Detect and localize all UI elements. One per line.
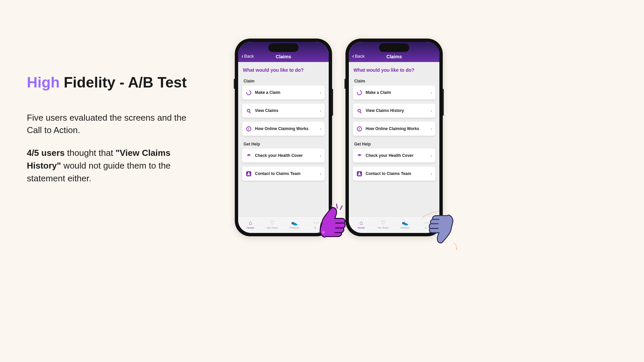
heart-icon: ♡ [270,220,275,226]
chevron-right-icon: › [430,108,432,113]
tab-my-team[interactable]: ♡ My Team [262,220,284,229]
section-claim-label: Claim [353,77,435,85]
card-label: Make a Claim [255,90,316,95]
tab-label: My Team [267,226,278,229]
umbrella-icon: ☂ [246,153,252,159]
svg-line-1 [340,206,342,209]
tab-parkrun[interactable]: 👟 Parkrun [394,220,416,229]
svg-line-0 [337,204,337,208]
chevron-left-icon: ‹ [352,53,354,59]
tab-label: Home [358,226,365,229]
card-view-claims[interactable]: View Claims › [242,104,325,118]
tab-label: Home [247,226,254,229]
thumbs-down-icon [419,206,463,256]
slide-title: High Fidelity - A/B Test [27,74,201,92]
refresh-icon [246,89,252,96]
card-make-claim[interactable]: Make a Claim › [353,85,435,100]
content-area: What would you like to do? Claim Make a … [238,62,329,216]
shoe-icon: 👟 [402,220,409,226]
paragraph-2: 4/5 users thought that "View Claims Hist… [27,147,201,185]
person-icon [356,171,362,177]
card-label: View Claims [255,108,316,113]
chevron-right-icon: › [320,108,321,113]
card-check-cover[interactable]: ☂ Check your Health Cover › [353,148,435,163]
tab-label: My Team [378,226,388,229]
card-make-claim[interactable]: Make a Claim › [242,85,325,100]
chevron-right-icon: › [320,126,321,131]
header-title: Claims [386,54,402,59]
card-label: Make a Claim [366,90,427,95]
tab-label: Parkrun [290,226,299,229]
chevron-right-icon: › [430,171,432,176]
tab-my-team[interactable]: ♡ My Team [372,220,394,229]
card-label: Check your Health Cover [366,153,427,158]
card-label: How Online Claiming Works [255,126,316,131]
para2-mid: thought that [65,148,116,158]
chevron-left-icon: ‹ [241,53,244,59]
info-icon: i [246,126,252,132]
paragraph-1: Five users evaluated the screens and the… [27,112,201,137]
search-icon [246,108,252,114]
para2-strong-users: 4/5 users [27,148,65,158]
phone-screen: ‹ Back Claims What would you like to do?… [349,42,439,233]
card-contact-team[interactable]: Contact to Claims Team › [353,167,435,181]
section-help-label: Get Help [242,140,325,148]
chevron-right-icon: › [320,171,321,176]
chevron-right-icon: › [320,90,321,95]
tab-parkrun[interactable]: 👟 Parkrun [283,220,306,229]
back-label: Back [355,54,365,59]
thumbs-up-icon [313,201,350,248]
person-icon [246,171,252,177]
card-label: Check your Health Cover [255,153,316,158]
text-column: High Fidelity - A/B Test Five users eval… [27,74,201,195]
card-label: Contact to Claims Team [366,171,427,176]
card-label: Contact to Claims Team [255,171,316,176]
tab-home[interactable]: ⌂ Home [239,220,262,229]
chevron-right-icon: › [430,90,432,95]
phone-notch [268,43,299,52]
home-icon: ⌂ [249,220,252,226]
card-label: View Claims History [366,108,427,113]
card-how-online-claiming[interactable]: i How Online Claiming Works › [353,122,435,136]
tab-home[interactable]: ⌂ Home [350,220,372,229]
tab-label: Parkrun [400,226,410,229]
title-rest: Fidelity - A/B Test [60,74,187,90]
title-accent: High [27,74,60,90]
svg-point-3 [322,231,324,233]
back-button[interactable]: ‹ Back [352,53,365,59]
refresh-icon [356,89,362,96]
chevron-right-icon: › [430,126,432,131]
card-how-online-claiming[interactable]: i How Online Claiming Works › [242,122,325,136]
search-icon [356,108,362,114]
content-area: What would you like to do? Claim Make a … [349,62,439,216]
phone-notch [379,43,409,52]
back-label: Back [244,54,254,59]
prompt-text: What would you like to do? [353,65,435,77]
chevron-right-icon: › [320,153,321,158]
card-view-claims-history[interactable]: View Claims History › [353,104,435,118]
prompt-text: What would you like to do? [242,65,325,77]
chevron-right-icon: › [430,153,432,158]
section-claim-label: Claim [242,77,325,85]
umbrella-icon: ☂ [356,153,362,159]
heart-icon: ♡ [381,220,385,226]
back-button[interactable]: ‹ Back [241,53,254,59]
home-icon: ⌂ [360,220,363,226]
header-title: Claims [276,54,291,59]
section-help-label: Get Help [353,140,435,148]
shoe-icon: 👟 [291,220,298,226]
card-check-cover[interactable]: ☂ Check your Health Cover › [242,148,325,163]
card-contact-team[interactable]: Contact to Claims Team › [242,167,325,181]
card-label: How Online Claiming Works [366,126,427,131]
info-icon: i [356,126,362,132]
slide: High Fidelity - A/B Test Five users eval… [0,0,515,290]
